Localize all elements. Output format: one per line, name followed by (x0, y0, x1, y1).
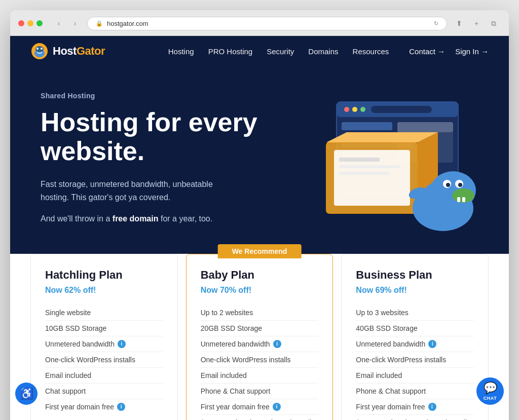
baby-discount: Now 70% off! (201, 286, 319, 295)
nav-pro-hosting-link[interactable]: PRO Hosting (208, 47, 253, 56)
browser-toolbar: ‹ › 🔒 hostgator.com ↻ ⬆ + ⧉ (10, 10, 509, 36)
chat-label: CHAT (484, 396, 497, 401)
chat-button[interactable]: 💬 CHAT (476, 377, 504, 405)
hero-illustration (281, 92, 478, 234)
list-item: Up to 3 websites (356, 305, 474, 321)
business-features: Up to 3 websites 40GB SSD Storage Unmete… (356, 305, 474, 420)
forward-button[interactable]: › (68, 16, 82, 30)
browser-nav: ‹ › (52, 16, 82, 30)
accessibility-icon: ♿ (20, 387, 33, 400)
nav-contact-link[interactable]: Contact → (409, 47, 445, 56)
browser-actions: ⬆ + ⧉ (452, 16, 501, 30)
hero-svg-image (296, 92, 478, 234)
svg-rect-10 (371, 106, 432, 113)
lock-icon: 🔒 (96, 20, 103, 27)
chat-icon: 💬 (484, 381, 497, 395)
back-button[interactable]: ‹ (52, 16, 66, 30)
list-item: One-click WordPress installs (201, 352, 319, 368)
hatchling-plan-card: Hatchling Plan Now 62% off! Single websi… (30, 254, 178, 420)
nav-resources-link[interactable]: Resources (353, 47, 389, 56)
list-item: Unmetered bandwidthi (45, 336, 163, 352)
hatchling-plan-name: Hatchling Plan (45, 269, 163, 282)
info-icon[interactable]: i (117, 403, 125, 411)
nav-domains-link[interactable]: Domains (308, 47, 338, 56)
nav-hosting-link[interactable]: Hosting (168, 47, 194, 56)
info-icon[interactable]: i (428, 403, 436, 411)
svg-rect-24 (339, 172, 390, 175)
main-nav: HostGator Hosting PRO Hosting Security D… (10, 36, 509, 66)
list-item: Unmetered bandwidthi (356, 336, 474, 352)
close-button[interactable] (18, 20, 24, 26)
traffic-lights (18, 20, 43, 26)
maximize-button[interactable] (36, 20, 43, 26)
svg-rect-11 (342, 122, 392, 130)
new-tab-button[interactable]: + (469, 16, 484, 30)
minimize-button[interactable] (27, 20, 33, 26)
svg-point-9 (360, 107, 365, 112)
list-item: Email included (201, 368, 319, 384)
hero-subtitle: Shared Hosting (41, 92, 281, 100)
list-item: 10GB SSD Storage (45, 321, 163, 336)
svg-point-3 (36, 48, 39, 50)
svg-rect-16 (397, 122, 453, 132)
list-item: First year domain freei (356, 399, 474, 415)
list-item: Chat support (45, 384, 163, 399)
list-item: Unmetered bandwidthi (201, 336, 319, 352)
baby-plan-name: Baby Plan (201, 269, 319, 282)
list-item: First year domain freei (201, 399, 319, 415)
list-item: Up to 2 websites (201, 305, 319, 321)
logo-text: HostGator (53, 45, 105, 58)
website-content: HostGator Hosting PRO Hosting Security D… (10, 36, 509, 420)
list-item: Single website (45, 305, 163, 321)
svg-point-7 (344, 107, 349, 112)
refresh-icon: ↻ (434, 20, 438, 27)
tabs-button[interactable]: ⧉ (487, 16, 501, 30)
url-text: hostgator.com (107, 20, 149, 27)
baby-features: Up to 2 websites 20GB SSD Storage Unmete… (201, 305, 319, 420)
info-icon[interactable]: i (273, 403, 281, 411)
svg-point-4 (41, 48, 43, 50)
list-item: $500 Google Ad spend match credit (201, 415, 319, 420)
svg-point-8 (352, 107, 357, 112)
hero-domain-offer: And we'll throw in a free domain for a y… (41, 214, 281, 223)
business-discount: Now 69% off! (356, 286, 474, 295)
info-icon[interactable]: i (118, 340, 126, 348)
hero-description: Fast storage, unmetered bandwidth, unbea… (41, 178, 233, 204)
pricing-grid: Hatchling Plan Now 62% off! Single websi… (26, 254, 493, 420)
list-item: Phone & Chat support (201, 384, 319, 399)
site-logo[interactable]: HostGator (30, 42, 105, 60)
hatchling-features: Single website 10GB SSD Storage Unmetere… (45, 305, 163, 414)
list-item: 20GB SSD Storage (201, 321, 319, 336)
nav-actions: Contact → Sign In → (409, 47, 489, 56)
share-button[interactable]: ⬆ (452, 16, 466, 30)
svg-rect-22 (339, 158, 380, 162)
info-icon[interactable]: i (428, 340, 436, 348)
hero-section: Shared Hosting Hosting for every website… (10, 66, 509, 254)
list-item: 40GB SSD Storage (356, 321, 474, 336)
list-item: One-click WordPress installs (45, 352, 163, 368)
logo-icon (30, 42, 49, 60)
list-item: Email included (356, 368, 474, 384)
business-plan-card: Business Plan Now 69% off! Up to 3 websi… (341, 254, 489, 420)
svg-rect-34 (462, 197, 465, 202)
nav-security-link[interactable]: Security (267, 47, 294, 56)
list-item: Phone & Chat support (356, 384, 474, 399)
nav-links: Hosting PRO Hosting Security Domains Res… (168, 47, 389, 56)
list-item: $500 Google Ad spend match credit (356, 415, 474, 420)
svg-rect-23 (339, 165, 400, 168)
nav-signin-link[interactable]: Sign In → (455, 47, 489, 56)
hatchling-discount: Now 62% off! (45, 286, 163, 295)
accessibility-button[interactable]: ♿ (15, 383, 38, 405)
svg-rect-33 (457, 197, 460, 202)
pricing-section: Hatchling Plan Now 62% off! Single websi… (10, 254, 509, 420)
list-item: Email included (45, 368, 163, 384)
browser-window: ‹ › 🔒 hostgator.com ↻ ⬆ + ⧉ (10, 10, 509, 420)
info-icon[interactable]: i (273, 340, 281, 348)
svg-point-31 (458, 183, 462, 187)
hero-content: Shared Hosting Hosting for every website… (41, 92, 281, 254)
business-plan-name: Business Plan (356, 269, 474, 282)
address-bar[interactable]: 🔒 hostgator.com ↻ (87, 17, 447, 30)
baby-plan-card: We Recommend Baby Plan Now 70% off! Up t… (186, 254, 333, 420)
list-item: First year domain freei (45, 399, 163, 414)
hero-title: Hosting for every website. (41, 108, 281, 166)
